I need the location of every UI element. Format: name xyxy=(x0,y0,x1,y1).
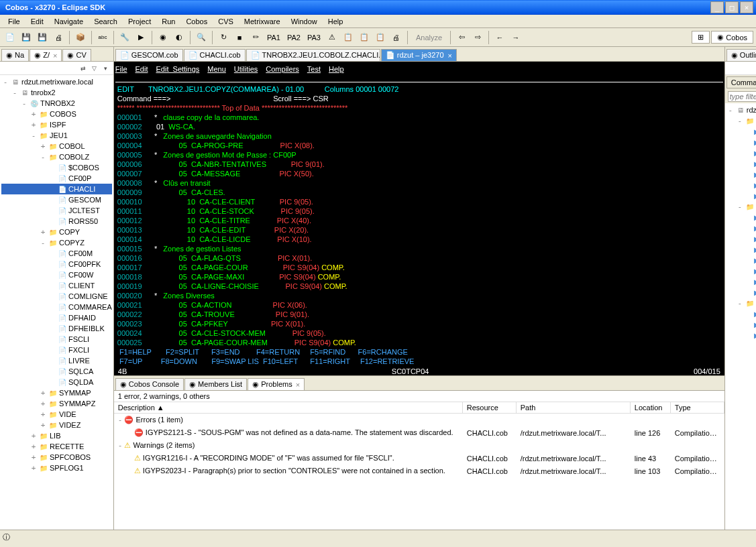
nav-prev-icon[interactable]: ⇦ xyxy=(454,30,469,45)
save-icon[interactable]: 💾 xyxy=(19,30,34,45)
cmd-item[interactable]: ▶TNR Setup xyxy=(726,287,756,298)
cmd-item[interactable]: ▶Test MXWPLSTS (PDS m xyxy=(726,255,756,265)
link-icon[interactable]: ⇄ xyxy=(78,64,88,73)
tree-item-ISPF[interactable]: +📁ISPF xyxy=(1,119,112,130)
menu-navigate[interactable]: Navigate xyxy=(49,16,89,27)
eraser-icon[interactable]: ✏ xyxy=(248,30,263,45)
tree-item-CF00PFK[interactable]: 📄CF00PFK xyxy=(1,259,112,269)
cmd-group[interactable]: -📁3. URL Cobos v2 xyxy=(726,298,756,308)
tree-item-JCLTEST[interactable]: 📄JCLTEST xyxy=(1,205,112,216)
forward-icon[interactable]: → xyxy=(508,30,523,45)
tree-item-COBOS[interactable]: +📁COBOS xyxy=(1,109,112,119)
tree-item-CF00W[interactable]: 📄CF00W xyxy=(1,269,112,280)
bottom-tab-problems[interactable]: ◉ Problems × xyxy=(248,378,305,390)
left-tab-Na[interactable]: ◉ Na xyxy=(1,49,29,61)
sheet3-icon[interactable]: 📋 xyxy=(373,30,388,45)
tree-item-FSCLI[interactable]: 📄FSCLI xyxy=(1,334,112,345)
tree-item-COPYZ[interactable]: -📁COPYZ xyxy=(1,237,112,248)
menu-window[interactable]: Window xyxy=(286,16,323,27)
cmd-item[interactable]: ▶Test MXWFLSTS (List dsr xyxy=(726,244,756,255)
menu-file[interactable]: File xyxy=(3,16,25,27)
tree-item-DFHEIBLK[interactable]: 📄DFHEIBLK xyxy=(1,323,112,334)
tree-item-FXCLI[interactable]: 📄FXCLI xyxy=(1,345,112,355)
term-menu-item[interactable]: Edit_Settings xyxy=(156,65,199,73)
play-icon[interactable]: ▶ xyxy=(133,30,148,45)
back-icon[interactable]: ← xyxy=(492,30,507,45)
tree-item-SQLDA[interactable]: 📄SQLDA xyxy=(1,377,112,387)
cmd-item[interactable]: ▶google xyxy=(726,330,756,341)
menu-cvs[interactable]: CVS xyxy=(213,16,239,27)
cmd-item[interactable]: ▶Test variables from the .cc xyxy=(726,265,756,276)
tree-item-tnrobx2[interactable]: -🖥tnrobx2 xyxy=(1,87,112,98)
term-menu-item[interactable]: Help xyxy=(329,65,344,73)
left-tab-Z/[interactable]: ◉ Z/ × xyxy=(30,49,62,61)
tree-item-VIDEZ[interactable]: +📁VIDEZ xyxy=(1,420,112,430)
minimize-button[interactable]: _ xyxy=(710,1,724,13)
menu-edit[interactable]: Edit xyxy=(25,16,49,27)
problems-col-header[interactable]: Type xyxy=(671,402,724,413)
tree-item-DFHAID[interactable]: 📄DFHAID xyxy=(1,312,112,323)
abc-icon[interactable]: abc xyxy=(95,30,110,45)
tree-item-RECETTE[interactable]: +📁RECETTE xyxy=(1,441,112,452)
search-icon[interactable]: 🔍 xyxy=(194,30,209,45)
tree-item-RORS50[interactable]: 📄RORS50 xyxy=(1,216,112,227)
cmd-item[interactable]: ▶Manage Copy Replication xyxy=(726,180,756,190)
tool-icon[interactable]: 🔧 xyxy=(117,30,132,45)
tree-item-SQLCA[interactable]: 📄SQLCA xyxy=(1,366,112,377)
tree-item-LIB[interactable]: +📁LIB xyxy=(1,430,112,441)
pa1-button[interactable]: PA1 xyxy=(264,30,283,45)
tree-item-COBOL[interactable]: +📁COBOL xyxy=(1,141,112,151)
saveall-icon[interactable]: 💾 xyxy=(35,30,50,45)
cmd-item[interactable]: ▶Test Cobos plugin variable xyxy=(726,223,756,233)
cmd-group[interactable]: -📁2. Test Cobos v2 xyxy=(726,201,756,212)
tree-item-SPFLOG1[interactable]: +📁SPFLOG1 xyxy=(1,463,112,473)
tree-root[interactable]: -🖥 rdzut.metrixware.local xyxy=(1,76,112,87)
term-menu-item[interactable]: Menu xyxy=(207,65,226,73)
maximize-button[interactable]: □ xyxy=(725,1,739,13)
editor-tab[interactable]: 📄 GESCOM.cob xyxy=(115,49,183,61)
menu-help[interactable]: Help xyxy=(323,16,349,27)
cmd-item[interactable]: ▶PDS Copy xyxy=(726,190,756,201)
cmd-root[interactable]: -🖥 rdzut.metrixware.local xyxy=(726,105,756,115)
pa2-button[interactable]: PA2 xyxy=(284,30,303,45)
tree-item-VIDE[interactable]: +📁VIDE xyxy=(1,409,112,420)
tree-item-CF00M[interactable]: 📄CF00M xyxy=(1,248,112,259)
tree-item-JEU1[interactable]: -📁JEU1 xyxy=(1,130,112,141)
print-icon[interactable]: 🖨 xyxy=(51,30,66,45)
refresh-icon[interactable]: ↻ xyxy=(216,30,231,45)
tree-item-COBOLZ[interactable]: -📁COBOLZ xyxy=(1,151,112,162)
right-tab-outline[interactable]: ◉ Outline xyxy=(726,49,756,61)
term-menu-item[interactable]: Test xyxy=(307,65,321,73)
menu-search[interactable]: Search xyxy=(89,16,123,27)
close-button[interactable]: × xyxy=(740,1,753,13)
problems-col-header[interactable]: Path xyxy=(517,402,631,413)
tree-item-CLIENT[interactable]: 📄CLIENT xyxy=(1,280,112,291)
cmd-item[interactable]: ▶Test centralized preferenc xyxy=(726,212,756,223)
collapse-icon[interactable]: ▽ xyxy=(90,64,99,73)
tree-item-SPFCOBOS[interactable]: +📁SPFCOBOS xyxy=(1,452,112,463)
problem-row[interactable]: ⚠ IGYPS2023-I - Paragraph(s) prior to se… xyxy=(114,465,724,477)
cmd-item[interactable]: ▶Cleanup project cvs xyxy=(726,137,756,147)
cmd-item[interactable]: ▶Cobos blog xyxy=(726,308,756,319)
editor-tab[interactable]: 📄 TNROBX2.JEU1.COBOLZ.CHACLI.sysout xyxy=(246,49,380,61)
cmd-item[interactable]: ▶Force Copy PDS -> CVS xyxy=(726,169,756,180)
view-menu-icon[interactable]: ▾ xyxy=(101,64,111,73)
cmd-item[interactable]: ▶Checksum verification xyxy=(726,126,756,137)
tree-item-SYMMAP[interactable]: +📁SYMMAP xyxy=(1,387,112,398)
cmd-item[interactable]: ▶Test MXWFINF (Propertie xyxy=(726,233,756,244)
tree-item-COMLIGNE[interactable]: 📄COMLIGNE xyxy=(1,291,112,302)
cmd-item[interactable]: ▶Force Copy CVS -> PDS xyxy=(726,158,756,169)
problem-row[interactable]: ⚠ IGYGR1216-I - A "RECORDING MODE" of "F… xyxy=(114,452,724,465)
editor-tab[interactable]: 📄 CHACLI.cob xyxy=(184,49,246,61)
perspective-switcher-icon[interactable]: ⊞ xyxy=(692,31,710,44)
problems-col-header[interactable]: Location xyxy=(631,402,671,413)
problem-row[interactable]: ⛔ IGYPS2121-S - "SOUS-PGM" was not defin… xyxy=(114,426,724,439)
cmd-item[interactable]: ▶Delete source cvs xyxy=(726,147,756,158)
sheet1-icon[interactable]: 📋 xyxy=(341,30,356,45)
tree-item-TNROBX2[interactable]: -💿TNROBX2 xyxy=(1,98,112,109)
analyze-button[interactable]: Analyze xyxy=(411,30,447,45)
terminal-3270[interactable]: FileEditEdit_SettingsMenuUtilitiesCompil… xyxy=(114,62,724,375)
toggle-icon[interactable]: ◐ xyxy=(172,30,186,45)
pa3-button[interactable]: PA3 xyxy=(305,30,323,45)
menu-cobos[interactable]: Cobos xyxy=(180,16,213,27)
